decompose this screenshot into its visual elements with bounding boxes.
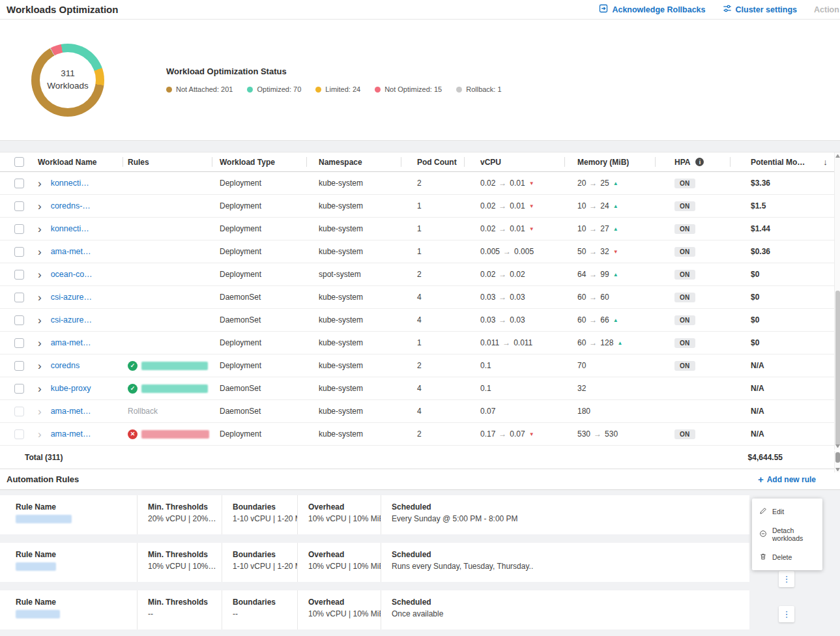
row-checkbox[interactable]: [14, 270, 24, 280]
memory-cell: 10→27▲: [564, 218, 655, 240]
legend-dot-icon: [247, 87, 253, 93]
col-workload-name[interactable]: Workload Name: [33, 152, 123, 171]
hpa-cell: ON: [655, 172, 730, 194]
row-expand-chevron[interactable]: ›: [38, 178, 42, 189]
row-expand-chevron[interactable]: ›: [38, 383, 42, 394]
workloads-label: Workloads: [47, 80, 89, 92]
workload-name-link[interactable]: ama-met…: [51, 247, 91, 256]
total-row-scrollbar[interactable]: [834, 451, 840, 472]
workload-name-link[interactable]: ama-met…: [51, 338, 91, 347]
workload-name-link[interactable]: konnecti…: [51, 224, 89, 233]
col-memory[interactable]: Memory (MiB): [564, 152, 655, 171]
page-title: Workloads Optimization: [7, 4, 118, 15]
workload-name-link[interactable]: ama-met…: [51, 429, 91, 439]
workload-name-link[interactable]: konnecti…: [51, 179, 89, 188]
row-checkbox[interactable]: [14, 384, 24, 394]
trend-down-icon: ▼: [529, 226, 534, 232]
row-expand-chevron[interactable]: ›: [38, 360, 42, 371]
row-checkbox[interactable]: [14, 179, 24, 188]
col-hpa[interactable]: HPA i: [655, 152, 730, 171]
change-arrow-icon: →: [499, 293, 506, 302]
rules-cell: [123, 309, 212, 331]
scroll-down-arrow[interactable]: [835, 468, 840, 471]
rule-attached-icon: ✓: [128, 361, 138, 371]
workload-name-link[interactable]: csi-azure…: [51, 315, 92, 325]
scroll-up-arrow[interactable]: [835, 154, 840, 158]
potential-cell: N/A: [730, 354, 840, 377]
pod-count-cell: 1: [401, 195, 464, 217]
workload-type-cell: Deployment: [212, 332, 306, 354]
menu-item-delete[interactable]: Delete: [752, 547, 822, 567]
row-expand-chevron[interactable]: ›: [38, 201, 42, 212]
row-checkbox[interactable]: [14, 338, 24, 348]
donut-chart: 311 Workloads: [31, 44, 104, 117]
add-new-rule-button[interactable]: + Add new rule: [758, 474, 816, 484]
hpa-info-icon[interactable]: i: [695, 158, 704, 166]
row-checkbox[interactable]: [14, 429, 24, 439]
vcpu-cell: 0.011→0.011: [464, 332, 564, 354]
potential-cell: N/A: [730, 377, 840, 399]
row-checkbox[interactable]: [14, 201, 24, 211]
row-expand-chevron[interactable]: ›: [38, 269, 42, 280]
workload-type-cell: Deployment: [212, 263, 306, 285]
rule-kebab-menu[interactable]: ⋮: [779, 571, 794, 587]
col-namespace[interactable]: Namespace: [306, 152, 401, 171]
vcpu-cell: 0.17→0.07▼: [464, 423, 564, 445]
workload-name-link[interactable]: ocean-co…: [51, 270, 93, 279]
row-expand-chevron[interactable]: ›: [38, 338, 42, 349]
col-pod-count[interactable]: Pod Count: [401, 152, 464, 171]
row-expand-chevron[interactable]: ›: [38, 246, 42, 257]
select-all-checkbox[interactable]: [14, 157, 24, 167]
overhead-value: 10% vCPU | 10% MiB: [308, 562, 375, 571]
menu-item-detach-workloads[interactable]: Detach workloads: [752, 521, 822, 547]
workload-name-link[interactable]: csi-azure…: [51, 293, 92, 302]
acknowledge-rollbacks-button[interactable]: Acknowledge Rollbacks: [599, 4, 705, 15]
hpa-on-badge: ON: [674, 429, 695, 439]
menu-item-edit[interactable]: Edit: [752, 502, 822, 521]
hpa-cell: ON: [655, 263, 730, 285]
sort-desc-icon[interactable]: ↓: [823, 157, 828, 167]
boundaries-value: --: [233, 609, 292, 618]
scroll-down-arrow[interactable]: [835, 444, 840, 448]
row-expand-chevron[interactable]: ›: [38, 292, 42, 303]
workload-name-link[interactable]: ama-met…: [51, 407, 91, 416]
workload-type-cell: Deployment: [212, 240, 306, 263]
col-vcpu[interactable]: vCPU: [464, 152, 564, 171]
boundaries-value: 1-10 vCPU | 1-20 MiB: [233, 562, 292, 571]
namespace-cell: spot-system: [306, 263, 401, 285]
change-arrow-icon: →: [499, 270, 506, 279]
row-checkbox[interactable]: [14, 407, 24, 416]
workload-name-link[interactable]: coredns-…: [51, 201, 91, 210]
row-expand-chevron[interactable]: ›: [38, 429, 42, 440]
workload-type-cell: Deployment: [212, 195, 306, 217]
col-rules[interactable]: Rules: [123, 152, 212, 171]
row-checkbox[interactable]: [14, 361, 24, 371]
row-expand-chevron[interactable]: ›: [38, 224, 42, 235]
overhead-value: 10% vCPU | 10% MiB: [308, 514, 375, 523]
table-scrollbar[interactable]: [834, 152, 840, 450]
scrollbar-thumb[interactable]: [835, 452, 840, 463]
change-arrow-icon: →: [499, 429, 506, 439]
col-workload-type[interactable]: Workload Type: [212, 152, 306, 171]
namespace-cell: kube-system: [306, 172, 401, 194]
row-expand-chevron[interactable]: ›: [38, 315, 42, 326]
scrollbar-thumb[interactable]: [835, 291, 840, 446]
row-checkbox[interactable]: [14, 247, 24, 257]
col-potential-monthly[interactable]: Potential Mo… ↓: [730, 152, 840, 171]
min-thresholds-value: 20% vCPU | 20%…: [148, 514, 216, 523]
row-checkbox[interactable]: [14, 315, 24, 325]
workload-name-link[interactable]: coredns: [51, 361, 80, 370]
potential-cell: $0.36: [730, 240, 840, 263]
row-checkbox[interactable]: [14, 224, 24, 234]
workload-name-link[interactable]: kube-proxy: [51, 384, 91, 393]
scheduled-value: Once available: [392, 609, 744, 618]
rollback-status: Rollback: [128, 407, 158, 416]
trend-down-icon: ▼: [529, 431, 534, 437]
cluster-settings-button[interactable]: Cluster settings: [723, 4, 797, 15]
rule-kebab-menu[interactable]: ⋮: [779, 606, 794, 622]
change-arrow-icon: →: [589, 315, 597, 325]
row-checkbox[interactable]: [14, 293, 24, 302]
hpa-on-badge: ON: [674, 293, 695, 302]
row-expand-chevron[interactable]: ›: [38, 406, 42, 417]
table-row: ›coredns✓Deploymentkube-system20.170ONN/…: [0, 354, 840, 377]
